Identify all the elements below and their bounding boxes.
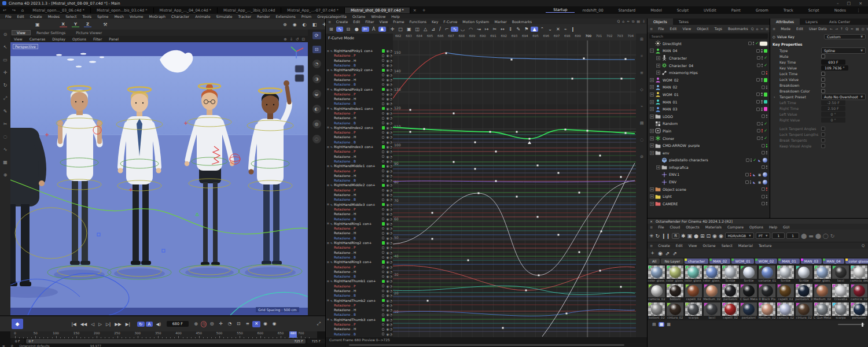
clock-icon[interactable]: ◔ (389, 256, 392, 259)
keyframe-point[interactable] (516, 131, 518, 133)
clock-icon[interactable]: ◔ (389, 260, 392, 264)
expand-icon[interactable]: ⊞ (327, 203, 329, 206)
track-channel-row[interactable]: Rotazione . H◉◔ (326, 289, 393, 293)
clock-icon[interactable]: ◔ (389, 135, 392, 139)
expand-icon[interactable]: + (650, 107, 654, 111)
channel-checkbox[interactable] (382, 194, 385, 197)
back-icon[interactable]: ← (830, 27, 833, 31)
clock-icon[interactable]: ◔ (389, 327, 392, 331)
material-ball-icon[interactable]: ◉ (658, 250, 663, 256)
attribute-checkbox[interactable] (821, 83, 825, 87)
expand-icon[interactable]: + (650, 143, 654, 147)
pla-key-icon[interactable]: ✕ (252, 321, 260, 327)
menu-select[interactable]: Select (62, 14, 79, 19)
track-group-row[interactable]: ⊞∿RightHandThumb2_con+◉◔ (326, 298, 393, 302)
material-burger-icon[interactable]: ≡ (648, 243, 655, 248)
param-key-icon[interactable]: ≡ (244, 321, 251, 327)
menu-octane[interactable]: Octane (350, 14, 369, 19)
editor-render-dots[interactable] (761, 100, 763, 104)
keyframe-point[interactable] (453, 161, 455, 163)
editor-render-dots[interactable] (766, 71, 768, 75)
object-row-infografica[interactable]: +infografica (648, 164, 770, 171)
layout-groom[interactable]: Groom (748, 8, 776, 13)
layout-script[interactable]: Script (801, 8, 827, 13)
slider-knob[interactable] (862, 323, 863, 327)
channel-checkbox[interactable] (382, 304, 385, 307)
menu-tracker[interactable]: Tracker (235, 14, 254, 19)
menu-extensions[interactable]: Extensions (273, 14, 299, 19)
timeline-menu-functions[interactable]: Functions (407, 20, 429, 24)
menu-file[interactable]: File (2, 14, 14, 19)
material-variante-01[interactable]: variante_01 (758, 265, 777, 283)
track-channel-row[interactable]: Rotazione . H◉◔ (326, 327, 393, 331)
file-tab-mistral-app-07-07-c4d[interactable]: Mistral_App_...-07_07.c4d * (281, 8, 345, 13)
remove-icon[interactable]: ✕ (554, 27, 562, 32)
layout-sculpt[interactable]: Sculpt (670, 8, 696, 13)
menu-prism[interactable]: Prism (299, 14, 314, 19)
material-scritte[interactable]: Scritte (777, 265, 795, 283)
viewport-menu-options[interactable]: Options (69, 37, 90, 41)
expand-icon[interactable]: ⊞ (327, 107, 329, 110)
home-icon[interactable]: ⌂ (19, 8, 27, 13)
chevron-right-icon[interactable]: › (774, 95, 779, 99)
channel-checkbox[interactable] (382, 290, 385, 293)
rot-key-icon[interactable]: ◔ (226, 321, 234, 327)
file-tab-mistral-shot-08-09-07-c4d[interactable]: Mistral_shot_08-09_07.c4d * (345, 8, 410, 13)
current-frame-field[interactable]: 680 F (167, 321, 189, 327)
clock-icon[interactable]: ◔ (389, 155, 392, 158)
object-row-plain[interactable]: +Plain✓ (648, 127, 770, 135)
channel-checkbox[interactable] (382, 232, 385, 235)
object-burger-icon[interactable]: ≡ (648, 27, 655, 31)
material-scritte[interactable]: Scritte (740, 265, 758, 283)
eye-icon[interactable]: ◉ (386, 289, 389, 293)
attribute-checkbox[interactable] (821, 132, 825, 136)
channel-checkbox[interactable] (382, 189, 385, 192)
prev-key-icon[interactable]: ◀◀ (78, 322, 89, 327)
expand-icon[interactable]: + (650, 100, 654, 104)
track-channel-row[interactable]: Rotazione . P◉◔ (326, 168, 393, 173)
frame-icon[interactable]: ▣ (34, 22, 42, 27)
eye-icon[interactable]: ◉ (386, 251, 389, 254)
material-camicia-02[interactable]: camicia_02 (777, 302, 795, 320)
track-group-row[interactable]: ⊞∿RightHandRing3_con+◉◔ (326, 260, 393, 264)
eye-icon[interactable]: ◉ (386, 308, 389, 312)
keyframe-point[interactable] (579, 192, 580, 194)
material-cintura-02[interactable]: cintura_02 (666, 302, 685, 320)
eye-icon[interactable]: ◉ (386, 208, 389, 211)
forward-icon[interactable]: → (835, 27, 838, 31)
expand-icon[interactable]: ⊞ (327, 318, 329, 321)
eye-icon[interactable]: ◉ (386, 304, 389, 307)
uv-tag[interactable]: ▦ (757, 180, 762, 184)
keyframe-point[interactable] (424, 128, 425, 130)
clock-icon[interactable]: ◔ (389, 251, 392, 254)
keyframe-point[interactable] (620, 286, 622, 288)
clock-icon[interactable]: ◔ (389, 304, 392, 307)
flatten-icon[interactable]: ⌃ (539, 27, 546, 32)
eye-icon[interactable]: ◉ (386, 135, 389, 139)
tri-up-icon[interactable]: △ (422, 27, 429, 32)
layer-tab-wom-02[interactable]: WOM_02 (755, 259, 777, 264)
detach-icon[interactable]: ⧉ (632, 19, 634, 24)
eye-icon[interactable]: ◉ (386, 107, 389, 110)
editor-render-dots[interactable] (766, 86, 768, 89)
tent-icon[interactable]: ▲ (531, 27, 538, 32)
clock-icon[interactable]: ◔ (389, 246, 392, 249)
track-channel-row[interactable]: Rotazione . H◉◔ (326, 270, 393, 274)
hud-safe-icon[interactable]: ◐ (312, 105, 321, 113)
timeline-menu-motion-system[interactable]: Motion System (460, 20, 492, 24)
timeline-menu-f-curve[interactable]: F-Curve (441, 20, 460, 24)
object-tab-objects[interactable]: Objects (648, 19, 673, 25)
ease-icon[interactable]: ◡ (459, 27, 466, 32)
range-end-field[interactable]: 725 F (307, 339, 325, 344)
menu-help[interactable]: Help (388, 14, 402, 19)
material-menu-material[interactable]: Material (735, 243, 756, 248)
eye-icon[interactable]: ◉ (386, 68, 389, 72)
clock-icon[interactable]: ◔ (389, 217, 392, 221)
channel-checkbox[interactable] (382, 237, 385, 239)
eye-icon[interactable]: ◉ (386, 102, 389, 105)
clock-icon[interactable]: ◔ (389, 183, 392, 187)
pos-key-icon[interactable]: ✛ (217, 321, 225, 327)
fcurve-mode-icon[interactable]: ∿ (336, 27, 344, 32)
scale-icon[interactable]: ⤢ (3, 95, 7, 101)
track-group-row[interactable]: ⊞∿RightHandPinky1_con+◉◔ (326, 49, 393, 53)
